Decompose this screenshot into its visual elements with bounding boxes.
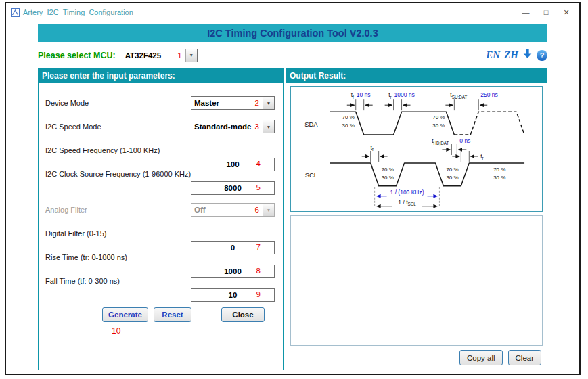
digital-filter-label: Digital Filter (0-15) bbox=[45, 229, 106, 238]
annotation-3: 3 bbox=[255, 122, 263, 131]
help-icon[interactable]: ? bbox=[537, 50, 547, 61]
annotation-1: 1 bbox=[177, 51, 185, 60]
i2c-timing-diagram: SDA 70 % 30 % 70 % 30 % tf bbox=[291, 87, 542, 210]
mcu-select-value: AT32F425 bbox=[122, 51, 161, 60]
tsudat-value: 250 ns bbox=[480, 91, 497, 98]
rise-time-label: Rise Time (tr: 0-1000 ns) bbox=[45, 253, 127, 261]
chevron-down-icon[interactable]: ▼ bbox=[263, 97, 274, 109]
period-label: 1 / (100 KHz) bbox=[390, 189, 424, 196]
tsudat-label: tSU;DAT bbox=[450, 91, 467, 99]
output-panel: Output Result: SDA 70 % bbox=[286, 68, 547, 370]
scl-30pct-1: 30 % bbox=[382, 175, 394, 181]
tf-value: 10 ns bbox=[357, 91, 371, 98]
device-mode-label: Device Mode bbox=[45, 99, 89, 107]
window-controls: — □ ✕ bbox=[516, 7, 576, 18]
copy-all-button[interactable]: Copy all bbox=[459, 350, 503, 365]
sda-label: SDA bbox=[304, 120, 318, 128]
download-icon[interactable] bbox=[522, 49, 533, 62]
mcu-select-label: Please select MCU: bbox=[38, 51, 116, 60]
speed-mode-select[interactable]: Standard-mode 3 ▼ bbox=[191, 120, 275, 133]
field-row-analog-filter: Analog Filter Off 6 ▼ bbox=[45, 203, 275, 217]
app-window: Artery_I2C_Timing_Configuration — □ ✕ I2… bbox=[5, 2, 581, 375]
output-textarea[interactable] bbox=[290, 215, 543, 346]
analog-filter-label: Analog Filter bbox=[45, 206, 87, 214]
scl-label: SCL bbox=[305, 171, 317, 179]
action-buttons-row: Generate Reset Close bbox=[45, 307, 275, 322]
app-icon bbox=[11, 7, 20, 16]
close-window-button[interactable]: ✕ bbox=[556, 7, 576, 18]
mcu-row: Please select MCU: AT32F425 1 ▼ EN ZH ? bbox=[38, 47, 547, 63]
annotation-9: 9 bbox=[256, 290, 261, 298]
speed-mode-value: Standard-mode bbox=[191, 122, 251, 131]
annotation-10: 10 bbox=[112, 326, 275, 336]
output-panel-header: Output Result: bbox=[286, 69, 547, 83]
tr-value: 1000 ns bbox=[394, 91, 415, 98]
field-row-device-mode: Device Mode Master 2 ▼ bbox=[45, 96, 275, 110]
close-button[interactable]: Close bbox=[221, 307, 265, 322]
sda-30pct-2: 30 % bbox=[432, 122, 445, 129]
input-panel-body: Device Mode Master 2 ▼ I2C Speed Mode St… bbox=[39, 83, 283, 370]
annotation-2: 2 bbox=[255, 99, 263, 107]
scl-70pct-1: 70 % bbox=[382, 166, 394, 173]
analog-filter-value: Off bbox=[191, 206, 206, 214]
mcu-select[interactable]: AT32F425 1 ▼ bbox=[122, 49, 198, 62]
sda-70pct-2: 70 % bbox=[432, 114, 445, 120]
speed-mode-label: I2C Speed Mode bbox=[45, 122, 101, 131]
lang-zh-button[interactable]: ZH bbox=[504, 49, 518, 61]
thddat-value: 0 ns bbox=[459, 137, 470, 144]
clock-source-frequency-input[interactable]: 8000 5 bbox=[191, 181, 275, 195]
field-row-speed-mode: I2C Speed Mode Standard-mode 3 ▼ bbox=[45, 120, 275, 134]
chevron-down-icon[interactable]: ▼ bbox=[263, 120, 274, 133]
content: I2C Timing Configuration Tool V2.0.3 Ple… bbox=[6, 19, 579, 370]
output-buttons-row: Copy all Clear bbox=[290, 346, 543, 365]
minimize-button[interactable]: — bbox=[516, 7, 536, 18]
sda-30pct-1: 30 % bbox=[342, 122, 355, 129]
tf-label-scl: tf bbox=[371, 144, 374, 152]
clock-source-frequency-label: I2C Clock Source Frequency (1-96000 KHz) bbox=[45, 170, 191, 178]
toolbar-right: EN ZH ? bbox=[486, 49, 547, 62]
scl-30pct-2: 30 % bbox=[446, 175, 458, 181]
window-title: Artery_I2C_Timing_Configuration bbox=[23, 8, 133, 16]
tr-label-scl: tr bbox=[480, 153, 483, 160]
timing-diagram-box: SDA 70 % 30 % 70 % 30 % tf bbox=[290, 86, 543, 212]
scl-30pct-3: 30 % bbox=[493, 175, 505, 181]
panels: Please enter the input parameters: Devic… bbox=[38, 68, 547, 370]
titlebar: Artery_I2C_Timing_Configuration — □ ✕ bbox=[6, 3, 579, 19]
inv-fscl-label: 1 / fSCL bbox=[398, 199, 416, 206]
speed-frequency-label: I2C Speed Frequency (1-100 KHz) bbox=[45, 146, 160, 154]
field-row-digital-filter: Digital Filter (0-15) 0 7 bbox=[45, 227, 275, 241]
scl-70pct-2: 70 % bbox=[446, 166, 458, 173]
thddat-label: tHD;DAT bbox=[432, 137, 449, 145]
scl-70pct-3: 70 % bbox=[493, 166, 505, 173]
tf-label-sda: tf bbox=[351, 91, 354, 99]
fall-time-label: Fall Time (tf: 0-300 ns) bbox=[45, 277, 120, 285]
clear-button[interactable]: Clear bbox=[508, 350, 541, 365]
sda-waveform-dashed bbox=[454, 112, 524, 135]
reset-button[interactable]: Reset bbox=[154, 307, 191, 322]
device-mode-select[interactable]: Master 2 ▼ bbox=[191, 96, 275, 110]
device-mode-value: Master bbox=[191, 99, 219, 107]
annotation-5: 5 bbox=[256, 183, 261, 192]
maximize-button[interactable]: □ bbox=[536, 7, 556, 18]
field-row-clock-source-frequency: I2C Clock Source Frequency (1-96000 KHz)… bbox=[45, 167, 275, 181]
input-panel-header: Please enter the input parameters: bbox=[39, 69, 283, 83]
field-row-fall-time: Fall Time (tf: 0-300 ns) 10 9 bbox=[45, 274, 275, 288]
annotation-6: 6 bbox=[255, 206, 263, 214]
sda-70pct-1: 70 % bbox=[342, 114, 355, 120]
chevron-down-icon[interactable]: ▼ bbox=[185, 49, 197, 62]
chevron-down-icon: ▼ bbox=[263, 204, 274, 216]
field-row-rise-time: Rise Time (tr: 0-1000 ns) 1000 8 bbox=[45, 250, 275, 265]
generate-button[interactable]: Generate bbox=[102, 307, 148, 322]
page-title: I2C Timing Configuration Tool V2.0.3 bbox=[207, 28, 378, 39]
field-row-speed-frequency: I2C Speed Frequency (1-100 KHz) 100 4 bbox=[45, 143, 275, 158]
analog-filter-select: Off 6 ▼ bbox=[191, 203, 275, 217]
lang-en-button[interactable]: EN bbox=[486, 49, 500, 61]
clock-source-frequency-value: 8000 bbox=[224, 184, 242, 192]
app-header-bar: I2C Timing Configuration Tool V2.0.3 bbox=[38, 24, 547, 42]
tr-label-sda: tr bbox=[388, 91, 391, 99]
fall-time-value: 10 bbox=[229, 291, 238, 299]
input-panel: Please enter the input parameters: Devic… bbox=[38, 68, 284, 370]
output-panel-body: SDA 70 % 30 % 70 % 30 % tf bbox=[286, 83, 547, 370]
fall-time-input[interactable]: 10 9 bbox=[191, 288, 275, 302]
